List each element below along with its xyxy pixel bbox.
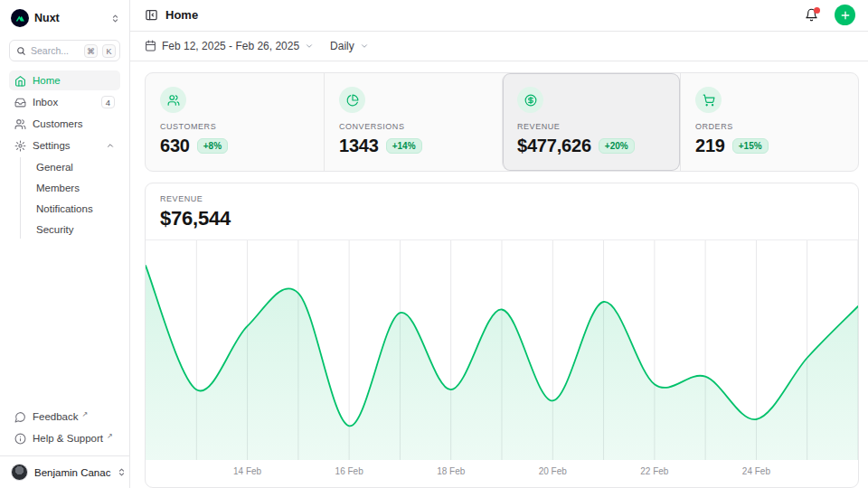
feedback-link[interactable]: Feedback ↗ (9, 407, 120, 427)
sidebar-item-label: Settings (33, 140, 99, 151)
users-icon (160, 87, 186, 113)
stat-value: $477,626 (517, 136, 591, 156)
pie-chart-icon (339, 87, 365, 113)
revenue-chart-card: Revenue $76,544 14 Feb16 Feb18 Feb20 Feb… (145, 183, 859, 488)
sidebar-nav: Home Inbox 4 Customers Settings (0, 70, 129, 239)
stat-value: 219 (695, 136, 725, 156)
period-select[interactable]: Daily (330, 40, 369, 52)
sidebar-item-security[interactable]: Security (31, 220, 120, 239)
chevron-down-icon (305, 42, 314, 51)
workspace-name: Nuxt (34, 12, 105, 24)
sidebar-item-label: Members (36, 183, 80, 193)
stat-delta-badge: +8% (197, 138, 228, 154)
chevron-up-down-icon (117, 467, 127, 477)
notification-dot (814, 7, 820, 14)
sidebar-item-label: Security (36, 224, 74, 235)
chart-metric-value: $76,544 (160, 207, 844, 230)
revenue-area-chart[interactable] (146, 240, 858, 460)
stat-delta-badge: +20% (599, 138, 635, 154)
chevron-down-icon (360, 42, 369, 51)
stats-row: Customers 630 +8% Conversions 1343 +14% (145, 72, 859, 172)
sidebar-item-label: Notifications (36, 203, 93, 214)
gear-icon (14, 140, 26, 152)
sidebar-item-customers[interactable]: Customers (9, 114, 120, 134)
inbox-icon (14, 97, 26, 108)
stat-card-revenue[interactable]: Revenue $477,626 +20% (502, 73, 680, 171)
user-name: Benjamin Canac (34, 467, 110, 478)
chart-metric-label: Revenue (160, 194, 844, 203)
stat-label: Customers (160, 122, 309, 131)
sidebar-item-members[interactable]: Members (31, 178, 120, 197)
sidebar-item-inbox[interactable]: Inbox 4 (9, 92, 120, 112)
stat-card-customers[interactable]: Customers 630 +8% (146, 73, 324, 171)
stat-card-conversions[interactable]: Conversions 1343 +14% (324, 73, 502, 171)
stat-label: Orders (695, 122, 844, 131)
x-axis-label: 24 Feb (742, 466, 770, 476)
workspace-switcher[interactable]: Nuxt (0, 0, 129, 34)
search-icon (16, 46, 26, 56)
main-area: Home Feb 12, 2025 - Feb 26, 2025 Daily (130, 0, 868, 488)
calendar-icon (145, 40, 156, 52)
users-icon (14, 118, 26, 130)
avatar (11, 464, 28, 481)
help-support-link[interactable]: Help & Support ↗ (9, 428, 120, 448)
filters-toolbar: Feb 12, 2025 - Feb 26, 2025 Daily (130, 32, 868, 61)
external-link-icon: ↗ (107, 432, 113, 440)
chevron-up-icon (106, 141, 115, 150)
user-menu[interactable]: Benjamin Canac (0, 455, 129, 488)
sidebar-item-general[interactable]: General (31, 157, 120, 176)
x-axis-label: 14 Feb (233, 466, 261, 476)
stat-value: 630 (160, 136, 190, 156)
kbd-cmd: ⌘ (84, 44, 98, 58)
collapse-sidebar-icon[interactable] (145, 8, 158, 22)
chevron-up-down-icon[interactable] (110, 14, 120, 23)
message-circle-icon (14, 411, 26, 423)
sidebar-item-label: General (36, 162, 73, 173)
sidebar-item-label: Inbox (33, 97, 95, 108)
chart-canvas (146, 240, 858, 460)
chart-header: Revenue $76,544 (146, 183, 858, 240)
sidebar-item-settings[interactable]: Settings (9, 136, 120, 155)
help-support-label: Help & Support (33, 433, 103, 444)
home-icon (14, 75, 26, 87)
period-value: Daily (330, 40, 354, 52)
x-axis-label: 16 Feb (335, 466, 363, 476)
topbar: Home (130, 0, 868, 32)
date-range-picker[interactable]: Feb 12, 2025 - Feb 26, 2025 (145, 40, 314, 52)
info-circle-icon (14, 433, 26, 445)
search-placeholder: Search... (31, 45, 80, 56)
x-axis-label: 22 Feb (640, 466, 668, 476)
feedback-label: Feedback (33, 411, 79, 422)
stat-delta-badge: +14% (386, 138, 422, 154)
sidebar-item-label: Customers (33, 118, 115, 129)
inbox-count-badge: 4 (101, 96, 115, 108)
stat-card-orders[interactable]: Orders 219 +15% (680, 73, 858, 171)
search-input[interactable]: Search... ⌘ K (9, 40, 120, 61)
add-button[interactable] (835, 5, 855, 25)
date-range-value: Feb 12, 2025 - Feb 26, 2025 (162, 40, 299, 52)
page-title: Home (165, 8, 797, 22)
stat-delta-badge: +15% (732, 138, 769, 154)
sidebar-item-label: Home (33, 75, 115, 86)
sidebar: Nuxt Search... ⌘ K Home Inbox 4 (0, 0, 130, 488)
sidebar-item-home[interactable]: Home (9, 70, 120, 90)
stat-value: 1343 (339, 136, 379, 156)
dollar-circle-icon (517, 87, 543, 113)
notifications-bell-icon[interactable] (805, 8, 818, 22)
x-axis: 14 Feb16 Feb18 Feb20 Feb22 Feb24 Feb (146, 460, 858, 487)
x-axis-label: 18 Feb (437, 466, 465, 476)
dashboard-content: Customers 630 +8% Conversions 1343 +14% (130, 61, 868, 488)
external-link-icon: ↗ (82, 410, 89, 418)
x-axis-label: 20 Feb (539, 466, 567, 476)
settings-subnav: General Members Notifications Security (9, 157, 120, 239)
sidebar-item-notifications[interactable]: Notifications (31, 199, 120, 218)
cart-icon (695, 87, 722, 113)
stat-label: Revenue (517, 122, 665, 131)
stat-label: Conversions (339, 122, 487, 131)
sidebar-footer: Feedback ↗ Help & Support ↗ (0, 403, 129, 455)
kbd-k: K (102, 44, 116, 58)
nuxt-logo (11, 9, 29, 27)
